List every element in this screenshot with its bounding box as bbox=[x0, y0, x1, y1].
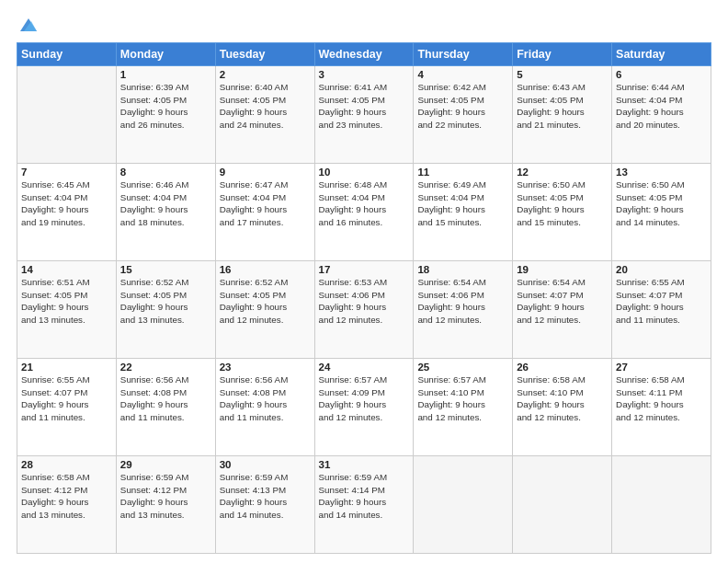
day-number: 17 bbox=[319, 264, 410, 275]
day-number: 13 bbox=[616, 167, 707, 178]
day-number: 30 bbox=[220, 459, 311, 470]
day-info: Sunrise: 6:57 AM Sunset: 4:09 PM Dayligh… bbox=[319, 373, 410, 423]
day-number: 6 bbox=[616, 69, 707, 80]
calendar-cell: 6Sunrise: 6:44 AM Sunset: 4:04 PM Daylig… bbox=[612, 66, 711, 164]
day-number: 16 bbox=[220, 264, 311, 275]
calendar-header-saturday: Saturday bbox=[612, 43, 711, 66]
calendar-cell: 23Sunrise: 6:56 AM Sunset: 4:08 PM Dayli… bbox=[215, 359, 314, 456]
calendar-week-row: 28Sunrise: 6:58 AM Sunset: 4:12 PM Dayli… bbox=[17, 456, 711, 554]
calendar-cell: 25Sunrise: 6:57 AM Sunset: 4:10 PM Dayli… bbox=[414, 359, 513, 456]
calendar-cell: 3Sunrise: 6:41 AM Sunset: 4:05 PM Daylig… bbox=[314, 66, 414, 164]
day-info: Sunrise: 6:52 AM Sunset: 4:05 PM Dayligh… bbox=[120, 276, 211, 326]
day-number: 29 bbox=[120, 459, 211, 470]
day-number: 15 bbox=[120, 264, 211, 275]
logo bbox=[17, 17, 39, 33]
day-info: Sunrise: 6:57 AM Sunset: 4:10 PM Dayligh… bbox=[417, 373, 508, 423]
day-info: Sunrise: 6:56 AM Sunset: 4:08 PM Dayligh… bbox=[120, 373, 211, 423]
day-info: Sunrise: 6:54 AM Sunset: 4:07 PM Dayligh… bbox=[517, 276, 608, 326]
day-number: 3 bbox=[319, 69, 410, 80]
calendar-cell: 28Sunrise: 6:58 AM Sunset: 4:12 PM Dayli… bbox=[17, 456, 117, 554]
calendar-cell: 19Sunrise: 6:54 AM Sunset: 4:07 PM Dayli… bbox=[513, 261, 612, 359]
day-info: Sunrise: 6:56 AM Sunset: 4:08 PM Dayligh… bbox=[220, 373, 311, 423]
day-info: Sunrise: 6:52 AM Sunset: 4:05 PM Dayligh… bbox=[220, 276, 311, 326]
page: SundayMondayTuesdayWednesdayThursdayFrid… bbox=[0, 0, 728, 563]
day-info: Sunrise: 6:55 AM Sunset: 4:07 PM Dayligh… bbox=[21, 373, 112, 423]
logo-icon bbox=[18, 17, 39, 33]
day-info: Sunrise: 6:58 AM Sunset: 4:12 PM Dayligh… bbox=[21, 471, 112, 521]
day-info: Sunrise: 6:40 AM Sunset: 4:05 PM Dayligh… bbox=[220, 81, 311, 131]
calendar-cell bbox=[612, 456, 711, 554]
day-info: Sunrise: 6:54 AM Sunset: 4:06 PM Dayligh… bbox=[417, 276, 508, 326]
calendar-week-row: 14Sunrise: 6:51 AM Sunset: 4:05 PM Dayli… bbox=[17, 261, 711, 359]
day-number: 31 bbox=[319, 459, 410, 470]
day-number: 14 bbox=[21, 264, 112, 275]
calendar-cell bbox=[17, 66, 117, 164]
calendar-cell: 30Sunrise: 6:59 AM Sunset: 4:13 PM Dayli… bbox=[215, 456, 314, 554]
calendar-cell: 17Sunrise: 6:53 AM Sunset: 4:06 PM Dayli… bbox=[314, 261, 414, 359]
day-number: 20 bbox=[616, 264, 707, 275]
day-info: Sunrise: 6:47 AM Sunset: 4:04 PM Dayligh… bbox=[220, 178, 311, 228]
day-info: Sunrise: 6:58 AM Sunset: 4:11 PM Dayligh… bbox=[616, 373, 707, 423]
day-info: Sunrise: 6:45 AM Sunset: 4:04 PM Dayligh… bbox=[21, 178, 112, 228]
day-number: 22 bbox=[120, 362, 211, 373]
calendar-week-row: 21Sunrise: 6:55 AM Sunset: 4:07 PM Dayli… bbox=[17, 359, 711, 456]
calendar-cell: 27Sunrise: 6:58 AM Sunset: 4:11 PM Dayli… bbox=[612, 359, 711, 456]
calendar-cell: 16Sunrise: 6:52 AM Sunset: 4:05 PM Dayli… bbox=[215, 261, 314, 359]
calendar-cell: 18Sunrise: 6:54 AM Sunset: 4:06 PM Dayli… bbox=[414, 261, 513, 359]
day-number: 12 bbox=[517, 167, 608, 178]
day-number: 8 bbox=[120, 167, 211, 178]
day-info: Sunrise: 6:50 AM Sunset: 4:05 PM Dayligh… bbox=[616, 178, 707, 228]
day-info: Sunrise: 6:59 AM Sunset: 4:14 PM Dayligh… bbox=[319, 471, 410, 521]
calendar-header-tuesday: Tuesday bbox=[215, 43, 314, 66]
day-info: Sunrise: 6:58 AM Sunset: 4:10 PM Dayligh… bbox=[517, 373, 608, 423]
day-number: 11 bbox=[417, 167, 508, 178]
calendar-cell: 10Sunrise: 6:48 AM Sunset: 4:04 PM Dayli… bbox=[314, 164, 414, 261]
calendar-cell: 1Sunrise: 6:39 AM Sunset: 4:05 PM Daylig… bbox=[116, 66, 215, 164]
day-number: 23 bbox=[220, 362, 311, 373]
calendar-cell: 22Sunrise: 6:56 AM Sunset: 4:08 PM Dayli… bbox=[116, 359, 215, 456]
calendar-cell: 26Sunrise: 6:58 AM Sunset: 4:10 PM Dayli… bbox=[513, 359, 612, 456]
calendar-cell: 7Sunrise: 6:45 AM Sunset: 4:04 PM Daylig… bbox=[17, 164, 117, 261]
day-info: Sunrise: 6:44 AM Sunset: 4:04 PM Dayligh… bbox=[616, 81, 707, 131]
day-number: 27 bbox=[616, 362, 707, 373]
day-info: Sunrise: 6:48 AM Sunset: 4:04 PM Dayligh… bbox=[319, 178, 410, 228]
day-info: Sunrise: 6:50 AM Sunset: 4:05 PM Dayligh… bbox=[517, 178, 608, 228]
day-number: 21 bbox=[21, 362, 112, 373]
calendar-cell: 2Sunrise: 6:40 AM Sunset: 4:05 PM Daylig… bbox=[215, 66, 314, 164]
calendar-cell: 11Sunrise: 6:49 AM Sunset: 4:04 PM Dayli… bbox=[414, 164, 513, 261]
calendar-week-row: 1Sunrise: 6:39 AM Sunset: 4:05 PM Daylig… bbox=[17, 66, 711, 164]
day-number: 25 bbox=[417, 362, 508, 373]
calendar-header-wednesday: Wednesday bbox=[314, 43, 414, 66]
day-number: 26 bbox=[517, 362, 608, 373]
calendar-header-sunday: Sunday bbox=[17, 43, 117, 66]
day-info: Sunrise: 6:39 AM Sunset: 4:05 PM Dayligh… bbox=[120, 81, 211, 131]
day-number: 4 bbox=[417, 69, 508, 80]
day-info: Sunrise: 6:55 AM Sunset: 4:07 PM Dayligh… bbox=[616, 276, 707, 326]
day-number: 2 bbox=[220, 69, 311, 80]
day-number: 28 bbox=[21, 459, 112, 470]
day-number: 1 bbox=[120, 69, 211, 80]
day-info: Sunrise: 6:41 AM Sunset: 4:05 PM Dayligh… bbox=[319, 81, 410, 131]
calendar-header-friday: Friday bbox=[513, 43, 612, 66]
day-info: Sunrise: 6:53 AM Sunset: 4:06 PM Dayligh… bbox=[319, 276, 410, 326]
calendar-cell: 21Sunrise: 6:55 AM Sunset: 4:07 PM Dayli… bbox=[17, 359, 117, 456]
calendar-header-row: SundayMondayTuesdayWednesdayThursdayFrid… bbox=[17, 43, 711, 66]
day-info: Sunrise: 6:49 AM Sunset: 4:04 PM Dayligh… bbox=[417, 178, 508, 228]
day-info: Sunrise: 6:51 AM Sunset: 4:05 PM Dayligh… bbox=[21, 276, 112, 326]
calendar-table: SundayMondayTuesdayWednesdayThursdayFrid… bbox=[17, 42, 711, 554]
calendar-cell: 4Sunrise: 6:42 AM Sunset: 4:05 PM Daylig… bbox=[414, 66, 513, 164]
calendar-cell: 15Sunrise: 6:52 AM Sunset: 4:05 PM Dayli… bbox=[116, 261, 215, 359]
calendar-cell: 29Sunrise: 6:59 AM Sunset: 4:12 PM Dayli… bbox=[116, 456, 215, 554]
day-info: Sunrise: 6:59 AM Sunset: 4:12 PM Dayligh… bbox=[120, 471, 211, 521]
calendar-cell bbox=[414, 456, 513, 554]
header bbox=[17, 17, 711, 33]
calendar-header-thursday: Thursday bbox=[414, 43, 513, 66]
calendar-cell: 24Sunrise: 6:57 AM Sunset: 4:09 PM Dayli… bbox=[314, 359, 414, 456]
day-number: 19 bbox=[517, 264, 608, 275]
calendar-cell: 5Sunrise: 6:43 AM Sunset: 4:05 PM Daylig… bbox=[513, 66, 612, 164]
calendar-cell: 8Sunrise: 6:46 AM Sunset: 4:04 PM Daylig… bbox=[116, 164, 215, 261]
calendar-header-monday: Monday bbox=[116, 43, 215, 66]
day-number: 18 bbox=[417, 264, 508, 275]
calendar-cell: 31Sunrise: 6:59 AM Sunset: 4:14 PM Dayli… bbox=[314, 456, 414, 554]
day-number: 7 bbox=[21, 167, 112, 178]
